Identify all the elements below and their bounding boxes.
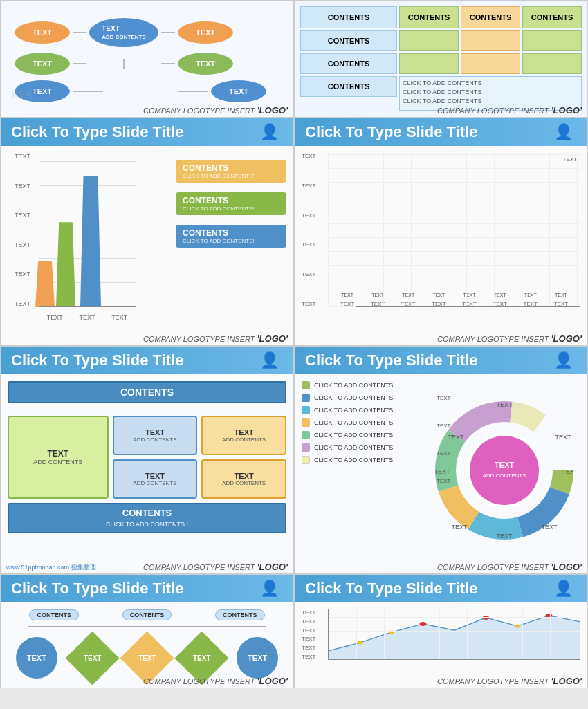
chart-grid [328, 153, 580, 307]
avatar-6: 👤 [542, 347, 584, 374]
line-y-5: TEXT [302, 645, 326, 651]
table-r4-main: CONTENTS [300, 76, 397, 97]
table-r2-main: CONTENTS [300, 30, 397, 51]
pie-center-text-2: ADD CONTENTS [482, 472, 526, 479]
flow-box-tr-title: TEXT [235, 428, 254, 436]
org-badge-2: CONTENTS [122, 609, 172, 620]
pie-center-text-1: TEXT [495, 461, 514, 469]
legend-dot-4 [302, 418, 310, 427]
arrow-blue [80, 176, 101, 307]
main-grid: TEXT TEXTADD CONTENTS TEXT TEXT TEXT [0, 0, 588, 709]
avatar-icon-8: 👤 [554, 580, 573, 598]
y-label-3: TEXT [15, 212, 35, 219]
arrow-chart-area: TEXT TEXT TEXT TEXT TEXT TEXT [15, 153, 286, 324]
legend-item-4: CLICK TO ADD CONTENTS [302, 418, 440, 427]
flow-box-bl: TEXT ADD CONTENTS [113, 459, 198, 499]
legend-text-7: CLICK TO ADD CONTENTS [314, 457, 393, 463]
slide-title-bar-7: Click To Type Slide Title 👤 [1, 575, 293, 602]
legend-dot-1 [302, 381, 310, 389]
flow-box-left-title: TEXT [48, 449, 69, 459]
website-footer: www.51pptmoban.com 搜集整理 [6, 563, 96, 572]
line-chart-area: TEXT TEXT TEXT TEXT TEXT TEXT [302, 609, 580, 674]
cell-arrow-chart: Click To Type Slide Title 👤 TEXT TEXT TE… [0, 118, 294, 346]
org-area: CONTENTS CONTENTS CONTENTS TEXT TEXT [8, 609, 286, 674]
y-label-5: TEXT [15, 270, 35, 277]
legend-item-7: CLICK TO ADD CONTENTS [302, 456, 440, 464]
legend-text-2: CLICK TO ADD CONTENTS [314, 394, 393, 401]
org-diamond-2-label: TEXT [138, 654, 156, 662]
arrow-orange [35, 261, 55, 307]
click-content-3: CLICK TO ADD CONTENTS [403, 98, 578, 104]
logo-footer-3: COMPANY LOGOTYPE INSERT 'LOGO' [143, 333, 288, 344]
flow-box-bl-title: TEXT [145, 472, 165, 480]
legend-text-5: CLICK TO ADD CONTENTS [314, 432, 393, 439]
pie-label-r: TEXT [562, 468, 573, 475]
cell-flow-diagram: Click To Type Slide Title 👤 CONTENTS TEX… [0, 346, 294, 574]
logo-footer-6: COMPANY LOGOTYPE INSERT 'LOGO' [437, 562, 582, 572]
table-r3-1 [399, 53, 459, 74]
table-r2-1 [399, 30, 459, 51]
legend-item-3: CLICK TO ADD CONTENTS [302, 406, 440, 414]
cell-org-diagram: Click To Type Slide Title 👤 CONTENTS CON… [0, 574, 294, 688]
logo-footer-2: COMPANY LOGOTYPE INSERT 'LOGO' [437, 105, 582, 116]
table-r3-main: CONTENTS [300, 53, 397, 74]
legend-item-1: CLICK TO ADD CONTENTS [302, 381, 440, 389]
logo-footer-7: COMPANY LOGOTYPE INSERT 'LOGO' [143, 676, 288, 686]
cell-bar-chart: Click To Type Slide Title 👤 TEXT TEXT TE… [294, 118, 588, 346]
legend-text-6: CLICK TO ADD CONTENTS [314, 444, 393, 451]
oval-text-1: TEXT [15, 21, 70, 44]
avatar-3: 👤 [248, 118, 290, 146]
bar-y-label-1: TEXT [302, 153, 326, 159]
contents-table: CONTENTS CONTENTS CONTENTS CONTENTS CONT… [300, 6, 582, 103]
legend-item-5: CLICK TO ADD CONTENTS [302, 431, 440, 439]
callout-title-1: CONTENTS [183, 163, 279, 173]
avatar-icon-6: 👤 [554, 351, 573, 369]
legend-text-3: CLICK TO ADD CONTENTS [314, 407, 393, 414]
pie-chart-container: TEXT ADD CONTENTS TEXT TEXT TEXT TEXT TE… [428, 381, 580, 560]
avatar-8: 👤 [542, 575, 584, 602]
cell-line-chart: Click To Type Slide Title 👤 TEXT TEXT TE… [294, 574, 588, 688]
org-badge-3: CONTENTS [215, 609, 265, 620]
x-label-2: TEXT [79, 314, 95, 321]
slide-title-7: Click To Type Slide Title [11, 580, 183, 598]
oval-text-r3: TEXT [211, 80, 266, 102]
cell-pie-diagram: Click To Type Slide Title 👤 CLICK TO ADD… [294, 346, 588, 574]
x-label-1: TEXT [47, 314, 63, 321]
table-r3-2 [461, 53, 520, 74]
line-y-3: TEXT [302, 627, 326, 634]
flow-box-br-title: TEXT [235, 472, 254, 480]
avatar-icon-3: 👤 [260, 123, 279, 141]
logo-footer-1: COMPANY LOGOTYPE INSERT 'LOGO' [143, 105, 288, 116]
table-header-1: CONTENTS [399, 6, 459, 28]
slide-title-8: Click To Type Slide Title [305, 580, 477, 598]
line-y-1: TEXT [302, 609, 326, 616]
callout-sub-3: CLICK TO ADD CONTENTS! [183, 238, 279, 244]
slide-title-3: Click To Type Slide Title [11, 123, 183, 141]
pie-svg: TEXT ADD CONTENTS TEXT TEXT TEXT TEXT TE… [435, 401, 573, 540]
avatar-5: 👤 [248, 347, 290, 374]
flow-box-bl-sub: ADD CONTENTS [133, 480, 176, 486]
org-circle-2: TEXT [237, 637, 278, 679]
slide-title-bar-3: Click To Type Slide Title 👤 [1, 118, 293, 146]
table-r2-2 [461, 30, 520, 51]
logo-footer-5: COMPANY LOGOTYPE INSERT 'LOGO' [143, 562, 288, 572]
avatar-4: 👤 [542, 118, 584, 146]
flow-bottom-sub: CLICK TO ADD CONTENTS ! [106, 521, 188, 528]
bar-y-label-4: TEXT [302, 241, 326, 248]
slide-title-6: Click To Type Slide Title [305, 351, 477, 369]
callout-green: CONTENTS CLICK TO ADD CONTENTS! [176, 192, 286, 215]
avatar-icon-4: 👤 [554, 123, 573, 141]
legend-dot-2 [302, 394, 310, 402]
legend-text-4: CLICK TO ADD CONTENTS [314, 419, 393, 426]
avatar-7: 👤 [248, 575, 290, 602]
line-chart-svg-container [328, 609, 580, 660]
slide-title-bar-8: Click To Type Slide Title 👤 [295, 575, 587, 602]
oval-text-2: TEXT [15, 53, 70, 75]
flow-box-tr: TEXT ADD CONTENTS [201, 416, 286, 455]
table-r3-3 [522, 53, 582, 74]
y-label-2: TEXT [15, 183, 35, 190]
table-header-3: CONTENTS [522, 6, 582, 28]
watermark-1: 新图网 [11, 90, 32, 100]
flow-box-left-sub: ADD CONTENTS [33, 459, 82, 466]
org-diamond-3-label: TEXT [192, 654, 210, 662]
